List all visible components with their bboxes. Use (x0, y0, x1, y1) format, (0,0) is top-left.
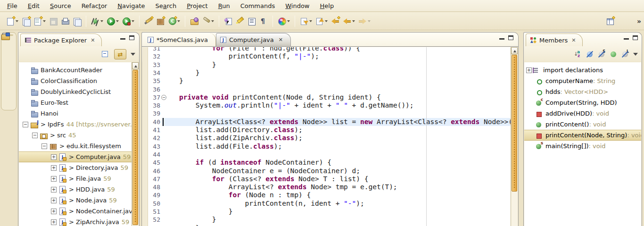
member-item[interactable]: printContent() : void (524, 119, 641, 130)
hide-non-public-button[interactable] (610, 50, 617, 58)
collapse-icon[interactable]: − (23, 122, 28, 127)
close-icon[interactable]: ✕ (279, 37, 283, 43)
tree-item[interactable]: −> edu.kit.filesystem (19, 141, 132, 151)
open-type-hierarchy-button[interactable] (223, 15, 233, 27)
expand-icon[interactable]: + (51, 176, 57, 182)
next-annotation-button[interactable] (299, 15, 313, 27)
scrollbar-thumb[interactable] (512, 55, 517, 192)
collapse-icon[interactable]: − (32, 133, 38, 138)
tree-item[interactable]: ColorClassification (19, 75, 132, 86)
sort-alphabetically-button[interactable]: ↓az (573, 50, 582, 58)
copy-compare-button[interactable] (72, 15, 82, 27)
mark-occurrences-button[interactable] (235, 15, 245, 27)
hide-fields-button[interactable] (586, 50, 594, 58)
maximize-button[interactable] (633, 35, 638, 40)
minimize-button[interactable] (499, 35, 504, 40)
collapse-icon[interactable]: − (41, 143, 47, 149)
back-button[interactable] (342, 15, 356, 27)
pe-scrollbar[interactable] (132, 62, 139, 226)
expand-icon[interactable]: + (51, 165, 57, 171)
tree-item[interactable]: +> Node.java59 (19, 195, 132, 206)
dropdown-arrow-icon[interactable] (177, 20, 180, 22)
scroll-up-arrow[interactable] (511, 47, 518, 54)
new-class-button[interactable] (167, 15, 181, 27)
line-number-ruler[interactable]: 3132333435363738394041424344454647484950… (148, 47, 162, 226)
menu-source[interactable]: Source (45, 0, 76, 12)
dropdown-arrow-icon[interactable] (287, 20, 290, 22)
maximize-button[interactable] (508, 35, 513, 40)
menu-run[interactable]: Run (213, 0, 235, 12)
tree-item[interactable]: +> Computer.java59 (19, 151, 132, 162)
tree-item[interactable]: BankAccountReader (19, 65, 132, 75)
expand-icon[interactable]: + (51, 187, 57, 193)
open-resource-button[interactable] (189, 15, 199, 27)
minimize-button[interactable] (624, 35, 629, 40)
fold-collapse-icon[interactable]: − (161, 95, 166, 100)
menu-file[interactable]: File (2, 0, 23, 12)
tree-item[interactable]: +> ZipArchiv.java59 (19, 217, 132, 226)
maximize-button[interactable] (129, 35, 134, 40)
tree-item[interactable]: −> IpdFs44 [https://svnserver.i (19, 119, 132, 130)
debug-button[interactable] (90, 15, 104, 27)
dropdown-arrow-icon[interactable] (352, 20, 355, 22)
menu-project[interactable]: Project (182, 0, 213, 12)
tree-item[interactable]: +> File.java59 (19, 173, 132, 184)
new-java-wizard-button[interactable] (143, 15, 154, 27)
member-item[interactable]: printContent(Node, String) : void (524, 130, 641, 141)
minimize-button[interactable] (120, 35, 125, 40)
print-button[interactable] (60, 15, 70, 27)
tree-item[interactable]: −> src45 (19, 130, 132, 141)
tree-item[interactable]: DoublyLinkedCyclicList (19, 86, 132, 97)
scroll-up-arrow[interactable] (132, 62, 139, 69)
menu-help[interactable]: Help (315, 0, 339, 12)
editor-tab-computerjava[interactable]: Computer.java✕ (216, 33, 291, 46)
tab-members[interactable]: Members ✕ (526, 33, 583, 46)
last-edit-location-button[interactable] (330, 15, 340, 27)
run-button[interactable] (106, 15, 120, 27)
close-icon[interactable]: ✕ (571, 37, 576, 43)
dropdown-arrow-icon[interactable] (116, 20, 119, 22)
menu-edit[interactable]: Edit (23, 0, 45, 12)
expand-icon[interactable]: + (51, 154, 57, 160)
member-item[interactable]: addDrive(HDD) : void (524, 108, 641, 119)
view-menu-button[interactable] (633, 53, 638, 56)
member-item[interactable]: cComputer(String, HDD) (524, 97, 641, 108)
tree-item[interactable]: Hanoi (19, 108, 132, 119)
tree-item[interactable]: +> HDD.java59 (19, 184, 132, 195)
code-area[interactable]: for (File f : hdd.get(File.class)) { pri… (162, 47, 511, 226)
scrollbar-thumb[interactable] (132, 70, 138, 225)
menu-refactor[interactable]: Refactor (76, 0, 113, 12)
member-item[interactable]: hdds : Vector<HDD> (524, 86, 641, 97)
tab-package-explorer[interactable]: Package Explorer ✕ (20, 33, 102, 46)
dropdown-arrow-icon[interactable] (325, 20, 328, 22)
previous-annotation-button[interactable] (314, 15, 329, 27)
run-external-tools-button[interactable] (121, 15, 135, 27)
dropdown-arrow-icon[interactable] (211, 20, 214, 22)
toolbar-overflow-chevron[interactable]: » (637, 17, 640, 25)
menu-search[interactable]: Search (150, 0, 182, 12)
member-item[interactable]: smain(String[]) : void (524, 141, 641, 151)
link-with-editor-button[interactable]: ⇄ (114, 49, 126, 59)
new-view-button[interactable] (33, 15, 47, 27)
dropdown-arrow-icon[interactable] (368, 20, 371, 22)
menu-navigate[interactable]: Navigate (112, 0, 150, 12)
menu-commands[interactable]: Commands (235, 0, 281, 12)
editor-scrollbar[interactable] (511, 47, 518, 226)
member-item[interactable]: +import declarations (524, 65, 641, 75)
dropdown-arrow-icon[interactable] (16, 20, 18, 22)
new-package-button[interactable] (155, 15, 165, 27)
search-button[interactable] (201, 15, 215, 27)
dropdown-arrow-icon[interactable] (43, 20, 46, 22)
view-menu-button[interactable] (131, 53, 135, 56)
expand-icon[interactable]: + (51, 198, 57, 203)
dropdown-arrow-icon[interactable] (132, 20, 134, 22)
hide-static-members-button[interactable]: S (598, 50, 605, 58)
hide-local-types-button[interactable]: L (621, 50, 629, 58)
tree-item[interactable]: +> Directory.java59 (19, 162, 132, 173)
dropdown-arrow-icon[interactable] (309, 20, 312, 22)
member-item[interactable]: computerName : String (524, 75, 641, 86)
expand-icon[interactable]: + (51, 219, 57, 225)
show-source-button[interactable] (247, 15, 257, 27)
tree-item[interactable]: +> NodeContainer.java (19, 206, 132, 217)
new-window-button[interactable] (21, 15, 31, 27)
